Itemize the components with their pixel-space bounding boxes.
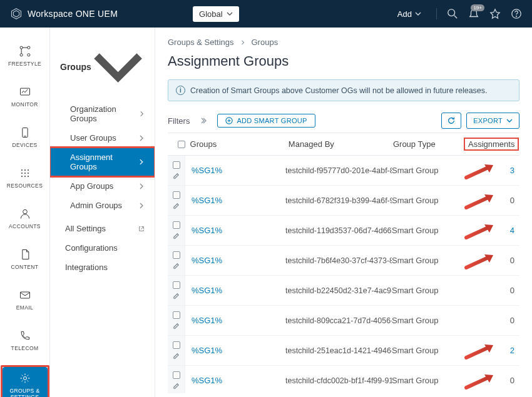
edit-icon[interactable] [173, 173, 180, 179]
sidenav-heading[interactable]: Groups [50, 36, 155, 99]
svg-point-9 [27, 54, 29, 56]
group-link[interactable]: %SG1% [185, 316, 222, 325]
chevron-right-icon [138, 183, 145, 189]
svg-point-19 [24, 173, 26, 174]
assignments-value: 0 [510, 196, 514, 205]
group-link[interactable]: %SG1% [185, 346, 222, 355]
row-checkbox[interactable] [173, 251, 180, 259]
rail-item-telecom[interactable]: TELECOM [3, 324, 48, 356]
group-link[interactable]: %SG1% [185, 286, 222, 295]
assignments-link[interactable]: 3 [510, 166, 514, 175]
rail-item-devices[interactable]: DEVICES [3, 121, 48, 153]
assignments-value: 0 [510, 316, 514, 325]
add-dropdown[interactable]: Add [397, 9, 421, 19]
monitor-icon [19, 86, 31, 98]
row-gutter [168, 276, 185, 305]
org-scope-dropdown[interactable]: Global [193, 6, 239, 22]
cell-managed-by: testchild-809cca21-7d7d-4056-9ac8- [285, 306, 392, 335]
table-row: %SG1%testchild-809cca21-7d7d-4056-9ac8-S… [168, 306, 519, 336]
edit-icon[interactable] [173, 203, 180, 209]
table-row: %SG1%testchild-251eac1d-1421-4946-8f51-c… [168, 336, 519, 366]
rail-item-resources[interactable]: RESOURCES [3, 162, 48, 194]
row-checkbox[interactable] [173, 281, 180, 289]
rail-label: ACCOUNTS [9, 223, 41, 229]
top-header: Workspace ONE UEM Global Add 19+ [0, 0, 532, 28]
chevron-right-icon [240, 40, 245, 45]
notifications-icon[interactable]: 19+ [468, 8, 479, 19]
svg-point-7 [27, 46, 29, 49]
assignments-link[interactable]: 2 [510, 346, 514, 355]
svg-point-5 [516, 16, 516, 16]
breadcrumb: Groups & Settings Groups [168, 38, 519, 47]
row-checkbox[interactable] [173, 311, 180, 319]
table-row: %SG1%testchild-b22450d2-31e7-4ac9-a033-S… [168, 276, 519, 306]
group-link[interactable]: %SG1% [185, 196, 222, 205]
sidenav-item-assignment-groups[interactable]: Assignment Groups [50, 148, 155, 176]
sidenav-item-integrations[interactable]: Integrations [50, 258, 155, 277]
rail-label: RESOURCES [7, 183, 43, 189]
row-checkbox[interactable] [173, 221, 180, 229]
export-label: EXPORT [473, 117, 503, 124]
expand-filters-icon[interactable] [200, 117, 207, 124]
sidenav-item-configurations[interactable]: Configurations [50, 238, 155, 258]
sidenav-item-label: Admin Groups [70, 201, 122, 210]
sidenav-item-label: Organization Groups [70, 104, 139, 123]
sidenav-item-admin-groups[interactable]: Admin Groups [50, 196, 155, 215]
rail-item-accounts[interactable]: ACCOUNTS [3, 203, 48, 234]
group-link[interactable]: %SG1% [185, 226, 222, 235]
rail-item-content[interactable]: CONTENT [3, 243, 48, 275]
col-header-groups[interactable]: Groups [190, 139, 289, 149]
edit-icon[interactable] [173, 293, 180, 299]
rail-item-freestyle[interactable]: FREESTYLE [3, 40, 48, 72]
select-all-checkbox[interactable] [178, 141, 185, 148]
group-link[interactable]: %SG1% [185, 376, 222, 385]
export-button[interactable]: EXPORT [466, 113, 519, 129]
devices-icon [19, 126, 31, 139]
cell-managed-by: testchild-119d3537-06d7-4d66-9d5b [285, 216, 392, 245]
rail-item-email[interactable]: EMAIL [3, 284, 48, 316]
breadcrumb-item[interactable]: Groups & Settings [168, 38, 234, 47]
row-checkbox[interactable] [173, 161, 180, 169]
annotation-highlight-rail: GROUPS & SETTINGS [1, 365, 49, 397]
edit-icon[interactable] [173, 263, 180, 269]
help-icon[interactable] [511, 8, 522, 19]
col-header-managed-by[interactable]: Managed By [289, 139, 393, 149]
group-link[interactable]: %SG1% [185, 256, 222, 265]
svg-point-15 [21, 169, 23, 171]
edit-icon[interactable] [173, 233, 180, 239]
edit-icon[interactable] [173, 323, 180, 329]
search-icon[interactable] [447, 8, 458, 19]
telecom-icon [19, 329, 31, 342]
rail-item-groups-settings[interactable]: GROUPS & SETTINGS [3, 367, 48, 397]
sidenav-item-app-groups[interactable]: App Groups [50, 176, 155, 196]
edit-icon[interactable] [173, 353, 180, 359]
add-sg-label: ADD SMART GROUP [237, 117, 307, 124]
svg-point-20 [28, 173, 29, 174]
rail-label: TELECOM [11, 345, 39, 351]
row-checkbox[interactable] [173, 371, 180, 379]
sidenav-item-user-groups[interactable]: User Groups [50, 128, 155, 148]
gear-icon [19, 372, 31, 384]
cell-assignments: 0 [464, 276, 514, 305]
row-checkbox[interactable] [173, 191, 180, 199]
refresh-button[interactable] [441, 113, 461, 129]
chevron-right-icon [138, 159, 145, 165]
assignments-link[interactable]: 4 [510, 226, 514, 235]
rail-item-monitor[interactable]: MONITOR [3, 81, 48, 113]
row-gutter [168, 366, 185, 393]
add-smart-group-button[interactable]: ADD SMART GROUP [217, 114, 315, 128]
group-link[interactable]: %SG1% [185, 166, 222, 175]
svg-marker-0 [12, 9, 21, 19]
star-icon[interactable] [489, 8, 501, 19]
rail-label: EMAIL [16, 304, 34, 311]
sidenav-item-all-settings[interactable]: All Settings [50, 219, 155, 238]
col-header-group-type[interactable]: Group Type [393, 139, 464, 149]
col-header-assignments[interactable]: Assignments [464, 139, 514, 149]
sidenav-item-organization-groups[interactable]: Organization Groups [50, 99, 155, 128]
rail-label: MONITOR [11, 101, 38, 108]
rail-label: DEVICES [12, 142, 37, 148]
edit-icon[interactable] [173, 383, 180, 389]
row-checkbox[interactable] [173, 341, 180, 349]
rail-label: CONTENT [11, 264, 39, 270]
filters-label[interactable]: Filters [168, 116, 190, 126]
